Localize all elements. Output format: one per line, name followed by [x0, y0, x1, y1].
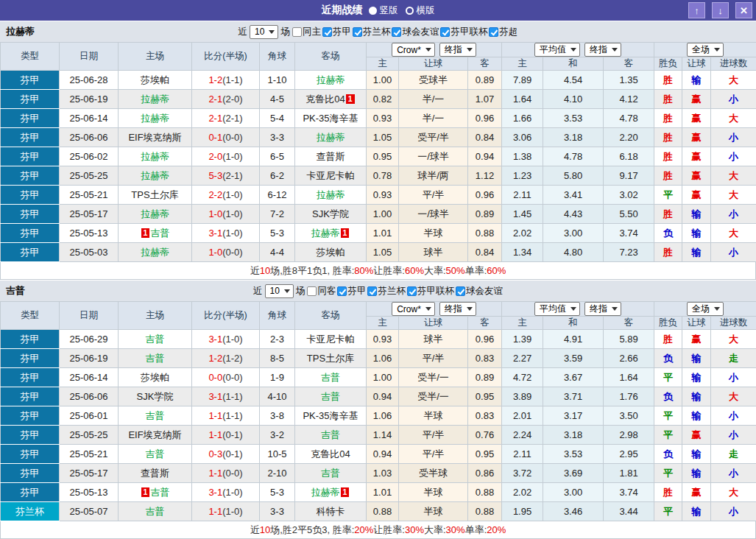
average-select[interactable]: 平均值	[534, 43, 580, 57]
checkbox-label: 芬甲	[347, 285, 366, 297]
avg-draw-odds-cell: 3.53	[543, 109, 604, 128]
goals-result-cell: 小	[711, 406, 756, 426]
avg-draw-odds-cell: 4.43	[543, 205, 604, 224]
home-team-cell: 莎埃帕	[119, 368, 192, 387]
summary-segment: 让胜率:	[373, 524, 405, 537]
europe-controls: 平均值 终指	[502, 302, 654, 317]
team-label: TPS土尔库	[131, 189, 178, 200]
layout-radio-0[interactable]: 竖版	[369, 4, 398, 17]
col-header-asia-home: 主	[367, 317, 399, 330]
handicap-result-cell: 输	[682, 464, 711, 483]
filter-controls: 近 10 场 同主芬甲芬兰杯球会友谊芬甲联杯芬超	[0, 25, 756, 39]
avg-home-odds-cell: 2.27	[502, 349, 543, 368]
asia-stage-select[interactable]: 终指	[439, 43, 476, 57]
checkbox-checked-icon	[322, 27, 332, 37]
team-label: 拉赫蒂	[141, 208, 169, 219]
team-label: 吉普	[150, 487, 169, 498]
fulltime-score: 2-1	[208, 113, 222, 124]
avg-home-odds-cell: 3.72	[502, 464, 543, 483]
asia-away-odds-cell: 0.88	[468, 502, 502, 521]
chevron-down-icon	[570, 307, 576, 311]
asia-stage-select[interactable]: 终指	[439, 302, 476, 316]
asia-away-odds-cell: 0.86	[468, 464, 502, 483]
league-type-cell: 芬甲	[1, 426, 60, 445]
move-up-button[interactable]: ↑	[688, 2, 705, 18]
europe-stage-select[interactable]: 终指	[584, 302, 621, 316]
europe-stage-select[interactable]: 终指	[584, 43, 621, 57]
avg-home-odds-cell: 1.23	[502, 166, 543, 186]
away-team-cell: SJK学院	[295, 205, 367, 224]
scope-select[interactable]: 全场	[687, 302, 724, 316]
filter-checkbox-1[interactable]: 芬甲	[337, 285, 366, 297]
asia-home-odds-cell: 1.00	[367, 205, 399, 224]
match-date-cell: 25-05-07	[60, 502, 119, 521]
halftime-score: (1-0)	[222, 189, 242, 200]
match-date-cell: 25-05-13	[60, 224, 119, 243]
corner-cell: 10-5	[260, 445, 295, 464]
col-header-wdl: 胜负	[654, 57, 682, 71]
handicap-result-cell: 赢	[682, 186, 711, 205]
corner-cell: 2-10	[260, 464, 295, 483]
score-cell: 1-1(1-1)	[192, 406, 260, 426]
layout-radio-1[interactable]: 横版	[406, 4, 435, 17]
avg-away-odds-cell: 2.66	[604, 349, 654, 368]
home-team-cell: 拉赫蒂	[119, 243, 192, 262]
away-team-cell: 拉赫蒂1	[295, 483, 367, 502]
filter-checkbox-4[interactable]: 球会友谊	[456, 285, 503, 297]
bookmaker-select[interactable]: Crow*	[392, 302, 435, 316]
home-team-cell: 吉普	[119, 349, 192, 368]
summary-segment: 10	[260, 265, 270, 276]
col-header-handicap: 让球	[682, 317, 711, 330]
fulltime-score: 1-1	[208, 506, 222, 517]
team-label: 拉赫蒂	[141, 94, 169, 105]
checkbox-checked-icon	[367, 286, 377, 296]
team-label: 拉赫蒂	[311, 228, 340, 239]
summary-segment: 大率:	[424, 524, 446, 537]
halftime-score: (1-0)	[222, 487, 242, 498]
team-label: PK-35海辛基	[303, 113, 358, 124]
wdl-result-cell: 负	[654, 445, 682, 464]
checkbox-label: 芬兰杯	[363, 26, 391, 38]
chevron-down-icon	[425, 48, 431, 52]
filter-checkbox-2[interactable]: 芬兰杯	[367, 285, 406, 297]
wdl-result-cell: 负	[654, 387, 682, 406]
asia-home-odds-cell: 0.94	[367, 387, 399, 406]
summary-segment: 80%	[354, 265, 373, 276]
avg-away-odds-cell: 3.44	[604, 502, 654, 521]
filter-checkbox-3[interactable]: 芬甲联杯	[407, 285, 454, 297]
checkbox-label: 芬兰杯	[378, 285, 406, 297]
close-button[interactable]: ✕	[735, 2, 752, 18]
average-select[interactable]: 平均值	[534, 302, 580, 316]
match-row: 芬甲25-05-25EIF埃克纳斯1-1(0-1)3-2吉普1.14平/半0.7…	[1, 426, 756, 445]
corner-cell: 5-3	[260, 483, 295, 502]
bookmaker-value: Crow*	[397, 45, 421, 55]
team-label: EIF埃克纳斯	[128, 132, 181, 143]
filter-checkbox-0[interactable]: 同主	[292, 26, 321, 38]
filter-checkbox-1[interactable]: 芬甲	[322, 26, 351, 38]
filter-checkbox-5[interactable]: 芬超	[489, 26, 517, 38]
scope-select[interactable]: 全场	[687, 43, 724, 57]
filter-checkbox-0[interactable]: 同客	[307, 285, 336, 297]
league-type-cell: 芬甲	[1, 166, 60, 186]
filter-checkbox-4[interactable]: 芬甲联杯	[440, 26, 487, 38]
filter-checkbox-2[interactable]: 芬兰杯	[353, 26, 391, 38]
summary-segment: 30%	[405, 524, 424, 535]
halftime-score: (1-1)	[222, 391, 242, 402]
asia-handicap-cell: 一/球半	[399, 205, 468, 224]
match-count-select[interactable]: 10	[265, 284, 294, 298]
away-team-cell: 吉普	[295, 464, 367, 483]
wdl-result-cell: 平	[654, 502, 682, 521]
bookmaker-select[interactable]: Crow*	[392, 43, 435, 57]
match-count-select[interactable]: 10	[250, 25, 278, 39]
move-down-button[interactable]: ↓	[712, 2, 729, 18]
home-team-cell: 查普斯	[119, 464, 192, 483]
fulltime-score: 1-1	[208, 410, 222, 421]
checkbox-label: 芬甲	[333, 26, 351, 38]
avg-home-odds-cell: 2.01	[502, 406, 543, 426]
avg-home-odds-cell: 3.06	[502, 128, 543, 147]
col-header-corner: 角球	[260, 43, 295, 71]
filter-checkbox-3[interactable]: 球会友谊	[392, 26, 439, 38]
team-label: 拉赫蒂	[317, 74, 345, 85]
handicap-result-cell: 输	[682, 445, 711, 464]
asia-away-odds-cell: 0.96	[468, 186, 502, 205]
